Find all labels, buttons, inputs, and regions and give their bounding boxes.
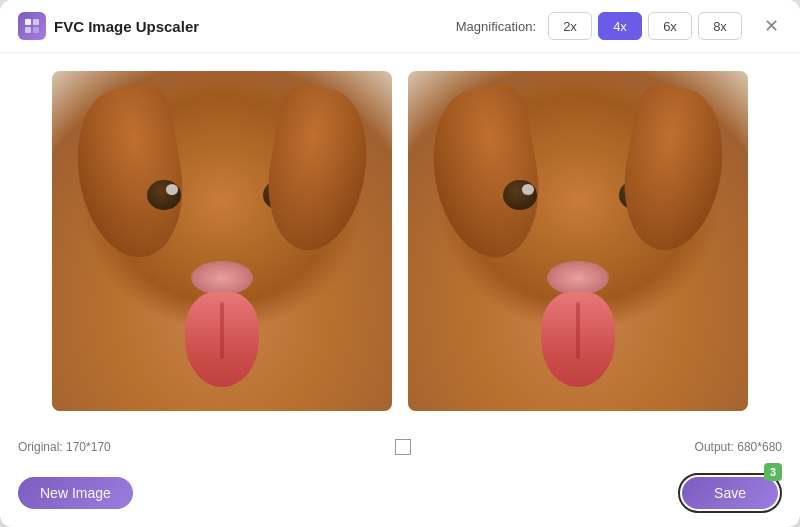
- dog-face-output: [408, 71, 748, 411]
- dog-tongue-orig: [185, 292, 260, 387]
- magnification-buttons: 2x 4x 6x 8x: [548, 12, 742, 40]
- dog-nose-output: [547, 261, 608, 295]
- compare-icon: [395, 439, 411, 455]
- app-logo: [18, 12, 46, 40]
- mag-8x-button[interactable]: 8x: [698, 12, 742, 40]
- output-image-panel: [408, 71, 748, 411]
- footer: New Image 3 Save: [0, 463, 800, 527]
- new-image-button[interactable]: New Image: [18, 477, 133, 509]
- original-size-label: Original: 170*170: [18, 440, 111, 454]
- svg-rect-0: [25, 19, 31, 25]
- magnification-label: Magnification:: [456, 19, 536, 34]
- save-button[interactable]: Save: [682, 477, 778, 509]
- output-image-box: [408, 71, 748, 411]
- dog-eye-right-orig: [263, 180, 297, 211]
- svg-rect-3: [33, 27, 39, 33]
- dog-eye-right-output: [619, 180, 653, 211]
- dog-eye-left-output: [503, 180, 537, 211]
- main-content: [0, 53, 800, 431]
- mag-2x-button[interactable]: 2x: [548, 12, 592, 40]
- mag-6x-button[interactable]: 6x: [648, 12, 692, 40]
- mag-4x-button[interactable]: 4x: [598, 12, 642, 40]
- output-dog-image: [408, 71, 748, 411]
- app-title: FVC Image Upscaler: [54, 18, 199, 35]
- output-size-label: Output: 680*680: [695, 440, 782, 454]
- dog-eye-left-orig: [147, 180, 181, 211]
- save-area: 3 Save: [678, 473, 782, 513]
- original-image-box: [52, 71, 392, 411]
- save-badge: 3: [764, 463, 782, 481]
- app-window: FVC Image Upscaler Magnification: 2x 4x …: [0, 0, 800, 527]
- dog-face-orig: [52, 71, 392, 411]
- status-bar: Original: 170*170 Output: 680*680: [0, 431, 800, 463]
- svg-rect-1: [33, 19, 39, 25]
- close-button[interactable]: ✕: [760, 15, 782, 37]
- original-image-panel: [52, 71, 392, 411]
- dog-nose-orig: [191, 261, 252, 295]
- original-dog-image: [52, 71, 392, 411]
- svg-rect-2: [25, 27, 31, 33]
- dog-tongue-output: [541, 292, 616, 387]
- titlebar: FVC Image Upscaler Magnification: 2x 4x …: [0, 0, 800, 53]
